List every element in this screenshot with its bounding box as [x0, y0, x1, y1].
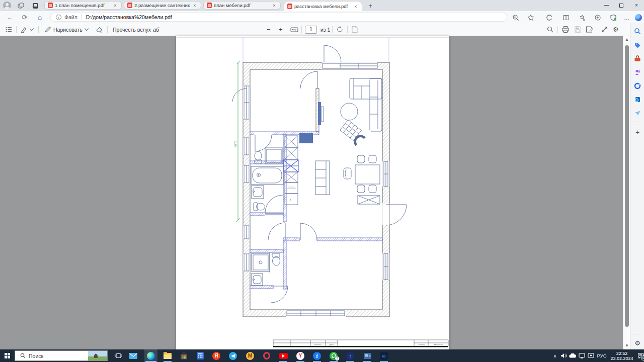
find-in-document-icon[interactable] — [546, 23, 554, 36]
reload-icon[interactable]: ⟳ — [20, 13, 29, 22]
taskbar-store-icon[interactable] — [177, 349, 190, 362]
zoom-out-icon[interactable]: − — [267, 23, 271, 36]
scroll-up-icon[interactable]: ▲ — [623, 36, 630, 43]
sidebar-drop-icon[interactable] — [633, 109, 641, 117]
maximize-button[interactable] — [614, 0, 629, 11]
save-as-icon[interactable] — [586, 23, 594, 36]
sidebar-tools-icon[interactable] — [633, 55, 641, 63]
tab-close-icon[interactable]: × — [112, 3, 118, 9]
taskbar-mail-icon[interactable] — [127, 349, 140, 362]
tray-chevron-icon[interactable]: ∧ — [551, 349, 558, 362]
taskbar-youtube-icon[interactable] — [277, 349, 290, 362]
draw-label[interactable]: Нарисовать — [53, 23, 83, 36]
tab-close-icon[interactable]: × — [271, 3, 277, 9]
fit-to-width-icon[interactable] — [290, 23, 298, 36]
minimize-button[interactable] — [599, 0, 614, 11]
read-aloud-label[interactable]: Прочесть вслух — [113, 23, 151, 36]
taskbar-uparrow-app-icon[interactable]: ↑ — [344, 349, 357, 362]
taskbar-telegram-icon[interactable] — [226, 349, 239, 362]
search-placeholder: Поиск — [29, 353, 88, 359]
close-button[interactable]: × — [629, 0, 644, 11]
task-view-button[interactable] — [112, 349, 125, 362]
copilot-icon[interactable] — [634, 13, 642, 22]
home-icon[interactable]: ⌂ — [35, 13, 44, 22]
start-button[interactable] — [0, 349, 14, 362]
taskbar-facebook-icon[interactable]: f — [310, 349, 324, 362]
back-icon[interactable]: ← — [5, 13, 14, 22]
tab-razmeshchenie-santehniki[interactable]: 2 размещение сантехники и об × — [124, 1, 201, 10]
tab-close-icon[interactable]: × — [353, 4, 359, 10]
tab-actions-icon[interactable] — [31, 2, 39, 10]
pdf-page: x — [176, 36, 449, 349]
sidebar-games-icon[interactable] — [633, 68, 641, 76]
taskbar-yandex-icon[interactable]: Я — [210, 349, 223, 362]
url-text: D:/дом/расстановка%20мебели.pdf — [86, 14, 172, 20]
settings-menu-icon[interactable]: … — [622, 13, 631, 22]
notification-center-icon[interactable]: 6 — [636, 349, 644, 362]
search-box-image[interactable] — [88, 350, 107, 361]
taskbar-viewer-app-icon[interactable] — [361, 349, 374, 362]
draw-pen-icon[interactable] — [44, 23, 52, 36]
taskbar-yandex-browser-icon[interactable]: Y — [294, 349, 307, 362]
favorites-star-icon[interactable] — [526, 13, 535, 22]
page-number-input[interactable] — [305, 26, 317, 34]
draw-dropdown-icon[interactable] — [85, 23, 88, 36]
dimension-line — [236, 61, 240, 222]
toc-icon[interactable] — [5, 23, 13, 36]
sidebar-shopping-icon[interactable] — [633, 41, 641, 49]
taskbar-explorer-icon[interactable] — [161, 349, 174, 362]
tab-close-icon[interactable]: × — [192, 3, 198, 9]
language-indicator[interactable]: РУС — [595, 349, 608, 362]
eraser-icon[interactable] — [96, 23, 103, 36]
split-screen-icon[interactable] — [561, 13, 570, 22]
sidebar-designer-icon[interactable] — [633, 82, 641, 90]
scroll-down-icon[interactable]: ▼ — [623, 342, 630, 349]
page-count-label: из 1 — [320, 23, 330, 36]
sidebar-search-icon[interactable] — [633, 27, 641, 35]
tab-rasstanovka-mebeli[interactable]: расстановка мебели.pdf × — [284, 1, 362, 11]
scrollbar-thumb[interactable] — [625, 45, 629, 327]
onedrive-icon[interactable] — [569, 349, 577, 362]
highlighter-dropdown-icon[interactable] — [30, 23, 33, 36]
tracking-shield-icon[interactable] — [609, 13, 617, 22]
network-icon[interactable] — [578, 349, 586, 362]
new-tab-button[interactable]: + — [366, 2, 374, 10]
tab-plan-mebeli[interactable]: план мебели.pdf × — [203, 1, 281, 10]
taskbar-knot-app-icon[interactable]: ∞ — [377, 349, 390, 362]
workspaces-icon[interactable] — [17, 2, 25, 10]
browser-essentials-icon[interactable] — [593, 13, 602, 22]
sidebar-settings-icon[interactable]: ⚙ — [633, 339, 641, 347]
pdf-icon — [207, 3, 212, 8]
cast-device-icon[interactable] — [587, 349, 595, 362]
taskbar-edge-icon[interactable] — [144, 349, 157, 362]
collections-icon[interactable] — [578, 13, 586, 22]
rotate-icon[interactable] — [336, 23, 344, 36]
taskbar-opera-icon[interactable] — [260, 349, 273, 362]
pdf-scrollbar[interactable]: ▲ ▼ — [623, 36, 630, 349]
site-info-icon[interactable]: i — [56, 15, 61, 20]
tab-plan-pomeshcheniya[interactable]: 1 план помещения.pdf × — [44, 1, 122, 10]
taskbar-calculator-icon[interactable] — [194, 349, 207, 362]
round-table — [341, 103, 358, 120]
volume-icon[interactable] — [559, 349, 568, 362]
taskbar-search-box[interactable]: Поиск — [15, 350, 108, 361]
chair — [353, 134, 365, 145]
add-text-icon[interactable]: аб — [153, 23, 159, 36]
zoom-out-page-icon[interactable] — [511, 13, 520, 22]
sidebar-outlook-icon[interactable] — [633, 96, 641, 104]
taskbar-whatsapp-icon[interactable]: 7 — [327, 349, 340, 362]
highlighter-icon[interactable] — [20, 23, 28, 36]
extensions-icon[interactable] — [545, 13, 553, 22]
tv-panel — [318, 102, 324, 125]
zoom-in-icon[interactable]: + — [279, 23, 283, 36]
pdf-settings-icon[interactable]: ⚙ — [613, 23, 619, 36]
profile-avatar-icon[interactable] — [3, 2, 11, 10]
print-icon[interactable] — [561, 23, 570, 36]
tab-title: 1 план помещения.pdf — [55, 3, 110, 8]
url-bar[interactable]: i Файл D:/дом/расстановка%20мебели.pdf — [50, 13, 507, 22]
fullscreen-icon[interactable] — [601, 23, 608, 36]
tray-clock[interactable]: 22:52 23.02.2024 — [609, 349, 635, 362]
taskbar-mailru-icon[interactable]: M — [244, 349, 257, 362]
page-view-icon — [351, 23, 358, 36]
sidebar-add-icon[interactable]: + — [633, 128, 641, 136]
